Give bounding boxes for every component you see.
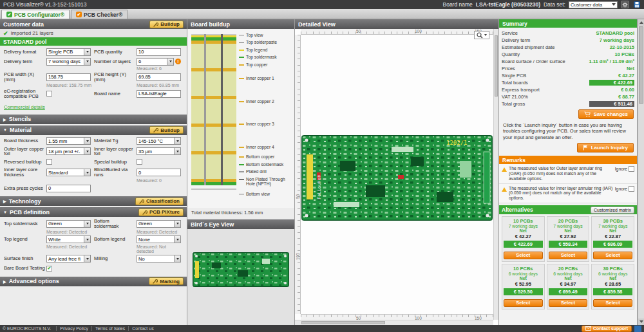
- special-buildup-checkbox[interactable]: [137, 159, 142, 165]
- ec-registration-checkbox[interactable]: [46, 91, 52, 97]
- extra-press-input[interactable]: [46, 185, 91, 192]
- ignore-checkbox[interactable]: [629, 186, 634, 192]
- zoom-magnifier-control[interactable]: [474, 31, 489, 39]
- section-advanced-options[interactable]: ▶ Advanced options Marking: [0, 277, 187, 286]
- scroll-up-arrow[interactable]: [638, 19, 644, 26]
- top-soldermask-select[interactable]: Green: [46, 220, 91, 228]
- select-alternative-button[interactable]: Select: [504, 252, 543, 259]
- summary-row: Board surface / Order surface 1.11 dm² /…: [502, 58, 634, 65]
- expand-closed-icon: ▶: [3, 117, 6, 122]
- summary-row: Estimated shipment date 22-10-2015: [502, 44, 634, 51]
- classification-button[interactable]: Classification: [135, 198, 184, 205]
- summary-header: Summary: [499, 19, 637, 28]
- expand-closed-icon: ▶: [3, 279, 6, 284]
- bottom-soldermask-label: Bottom soldermask: [94, 219, 135, 229]
- contact-support-button[interactable]: Contact support: [582, 326, 632, 332]
- bottom-legend-select[interactable]: None: [137, 235, 181, 243]
- summary-rows: Service STANDARD pool Delivery term 7 wo…: [499, 28, 637, 108]
- alternatives-grid: 10 PCBs 7 working days Net € 42.27 € 422…: [499, 214, 637, 311]
- save-changes-button[interactable]: Save changes: [578, 109, 634, 119]
- ruler-number: 50: [296, 194, 300, 199]
- remark-item: The measured value for Outer layer annul…: [499, 164, 637, 183]
- section-customer-data[interactable]: Customer data Buildup: [0, 19, 187, 29]
- check-icon: ✔: [3, 30, 8, 37]
- expand-closed-icon: ▶: [3, 199, 6, 203]
- settings-gear-icon[interactable]: [621, 1, 629, 8]
- window-vertical-scrollbar[interactable]: [638, 19, 644, 325]
- customer-fields: Delivery format Single PCB PCB quantity …: [0, 46, 187, 113]
- pcb-pixture-label: PCB PIXture: [149, 209, 180, 215]
- section-stencils[interactable]: ▶ Stencils: [0, 115, 187, 124]
- pcb-width-input[interactable]: [46, 73, 91, 81]
- scrollbar-thumb[interactable]: [301, 321, 385, 324]
- summary-row: Service STANDARD pool: [502, 30, 634, 37]
- footer-link[interactable]: Privacy Policy: [56, 326, 91, 331]
- layer-color-tick: [239, 64, 244, 66]
- layer-color-tick: [239, 78, 244, 79]
- cart-icon: [584, 111, 591, 117]
- reversed-buildup-checkbox[interactable]: [46, 159, 52, 165]
- wrench-icon: [153, 279, 158, 284]
- dataset-select[interactable]: Customer data: [569, 1, 618, 8]
- section-pcb-definition[interactable]: ▼ PCB definition PCB PIXture: [0, 207, 187, 217]
- customized-matrix-button[interactable]: Customized matrix: [591, 207, 634, 214]
- surface-finish-select[interactable]: Any lead free fi: [46, 255, 91, 263]
- commercial-details-link[interactable]: Commercial details: [0, 104, 49, 111]
- footer-link[interactable]: Terms of Sales: [91, 326, 128, 331]
- warning-triangle-icon: [502, 187, 507, 192]
- detailed-horizontal-scrollbar[interactable]: [295, 320, 493, 325]
- scrollbar-thumb[interactable]: [639, 26, 643, 104]
- inquiry-help-text: Click the ´Launch inquiry´ button in cas…: [499, 120, 637, 142]
- scrollbar-thumb[interactable]: [495, 35, 498, 97]
- pcb-quantity-input[interactable]: [137, 48, 181, 56]
- detailed-pcb-image: 1202/1 FoLLouHe®: [301, 135, 493, 221]
- select-alternative-button[interactable]: Select: [593, 252, 632, 259]
- detailed-vertical-scrollbar[interactable]: [493, 29, 498, 320]
- delivery-term-select[interactable]: 7 working days: [46, 58, 91, 66]
- tab-pcb-configurator[interactable]: ✔ PCB Configurator®: [1, 10, 70, 19]
- chat-corner-icon[interactable]: [634, 326, 641, 332]
- summary-row: VAT 21.00% € 88.77: [502, 93, 634, 100]
- outer-copper-select[interactable]: 18 μm (end +/-: [46, 147, 91, 155]
- pcb-height-input[interactable]: [137, 73, 181, 81]
- top-legend-select[interactable]: White: [46, 235, 91, 243]
- save-disk-icon[interactable]: [632, 1, 641, 8]
- launch-inquiry-button[interactable]: Launch inquiry: [577, 143, 634, 152]
- envelope-icon: [585, 326, 591, 331]
- horizontal-ruler-top: 50 100 150: [301, 29, 493, 35]
- footer-links: Privacy PolicyTerms of SalesContact us: [56, 326, 156, 331]
- ignore-checkbox[interactable]: [629, 166, 634, 172]
- delivery-format-select[interactable]: Single PCB: [46, 48, 91, 56]
- scroll-down-arrow[interactable]: [638, 318, 644, 325]
- buildup-button[interactable]: Buildup: [149, 21, 184, 28]
- pcb-pixture-button[interactable]: PCB PIXture: [138, 208, 184, 216]
- section-technology[interactable]: ▶ Technology Classification: [0, 196, 187, 206]
- number-of-layers-label: Number of layers: [94, 59, 135, 64]
- select-alternative-button[interactable]: Select: [549, 299, 588, 307]
- marking-button[interactable]: Marking: [149, 277, 184, 285]
- blind-buried-input[interactable]: [137, 169, 181, 176]
- material-buildup-button[interactable]: Buildup: [149, 126, 184, 134]
- board-buildup-panel: Board buildup: [187, 19, 294, 325]
- chevron-down-icon: [84, 59, 90, 65]
- select-alternative-button[interactable]: Select: [593, 299, 632, 307]
- chevron-down-icon: [84, 236, 90, 243]
- core-thickness-select[interactable]: Standard: [46, 169, 91, 176]
- select-alternative-button[interactable]: Select: [504, 299, 543, 307]
- material-tg-select[interactable]: 145-150 °C: [137, 137, 181, 145]
- measured-top-mask: Measured: Detected: [4, 230, 94, 234]
- footer-link[interactable]: Contact us: [128, 326, 156, 331]
- select-alternative-button[interactable]: Select: [549, 252, 588, 259]
- buildup-layer-label: Bottom copper: [239, 154, 293, 159]
- board-thickness-select[interactable]: 1.55 mm: [46, 137, 91, 145]
- number-of-layers-select[interactable]: 6: [137, 58, 174, 66]
- bottom-soldermask-select[interactable]: Green: [137, 220, 181, 228]
- detailed-view-canvas[interactable]: 50 100 150 50 100: [295, 29, 498, 325]
- milling-select[interactable]: No: [137, 255, 181, 263]
- inner-copper-select[interactable]: 35 μm: [137, 147, 181, 155]
- tab-pcb-checker[interactable]: ✔ PCB Checker®: [71, 10, 128, 19]
- bare-board-testing-checkbox[interactable]: ✔: [46, 266, 52, 272]
- chevron-down-icon: [484, 34, 487, 36]
- section-material[interactable]: ▼ Material Buildup: [0, 125, 187, 135]
- board-name-input[interactable]: [137, 90, 181, 98]
